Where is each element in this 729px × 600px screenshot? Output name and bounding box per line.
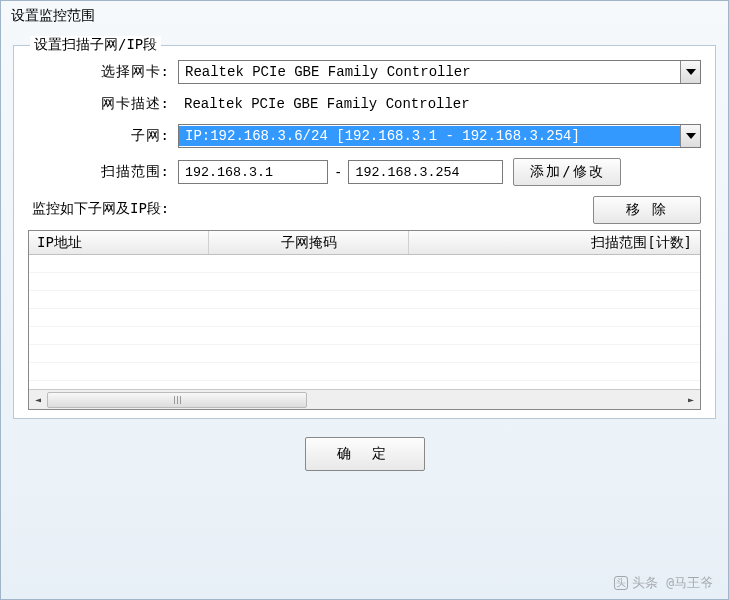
monitor-listview[interactable]: IP地址 子网掩码 扫描范围[计数] ◄ ► [28,230,701,410]
listview-body [29,255,700,389]
scroll-left-icon[interactable]: ◄ [29,391,47,409]
ok-button[interactable]: 确 定 [305,437,425,471]
chevron-down-icon [686,133,696,139]
nic-row: 选择网卡: Realtek PCIe GBE Family Controller [28,60,701,84]
chevron-down-icon [686,69,696,75]
range-label: 扫描范围: [28,163,178,181]
remove-button[interactable]: 移 除 [593,196,701,224]
column-mask[interactable]: 子网掩码 [209,231,409,254]
add-modify-button[interactable]: 添加/修改 [513,158,621,186]
subnet-combo-button[interactable] [680,125,700,147]
nic-label: 选择网卡: [28,63,178,81]
column-range[interactable]: 扫描范围[计数] [409,231,700,254]
range-from-input[interactable] [178,160,328,184]
scroll-right-icon[interactable]: ► [682,391,700,409]
group-legend: 设置扫描子网/IP段 [30,36,161,54]
subnet-combo[interactable]: IP:192.168.3.6/24 [192.168.3.1 - 192.168… [178,124,701,148]
desc-row: 网卡描述: Realtek PCIe GBE Family Controller [28,94,701,114]
listview-header: IP地址 子网掩码 扫描范围[计数] [29,231,700,255]
dialog-window: 设置监控范围 设置扫描子网/IP段 选择网卡: Realtek PCIe GBE… [0,0,729,600]
horizontal-scrollbar[interactable]: ◄ ► [29,389,700,409]
desc-label: 网卡描述: [28,95,178,113]
range-dash: - [334,164,342,180]
window-title: 设置监控范围 [1,1,728,31]
nic-combo[interactable]: Realtek PCIe GBE Family Controller [178,60,701,84]
subnet-row: 子网: IP:192.168.3.6/24 [192.168.3.1 - 192… [28,124,701,148]
ok-row: 确 定 [13,419,716,489]
nic-combo-text: Realtek PCIe GBE Family Controller [179,62,680,82]
subnet-label: 子网: [28,127,178,145]
range-row: 扫描范围: - 添加/修改 [28,158,701,186]
column-ip[interactable]: IP地址 [29,231,209,254]
scroll-thumb[interactable] [47,392,307,408]
monitor-label: 监控如下子网及IP段: [28,196,169,224]
scroll-track[interactable] [47,392,682,408]
watermark-icon: 头 [614,576,628,590]
monitor-header-row: 监控如下子网及IP段: 移 除 [28,196,701,224]
client-area: 设置扫描子网/IP段 选择网卡: Realtek PCIe GBE Family… [1,31,728,501]
subnet-combo-text: IP:192.168.3.6/24 [192.168.3.1 - 192.168… [179,126,680,146]
watermark: 头 头条 @马王爷 [614,574,713,592]
range-to-input[interactable] [348,160,503,184]
desc-value: Realtek PCIe GBE Family Controller [178,94,476,114]
nic-combo-button[interactable] [680,61,700,83]
watermark-text: 头条 @马王爷 [632,574,713,592]
grip-icon [174,396,181,404]
scan-settings-group: 设置扫描子网/IP段 选择网卡: Realtek PCIe GBE Family… [13,45,716,419]
